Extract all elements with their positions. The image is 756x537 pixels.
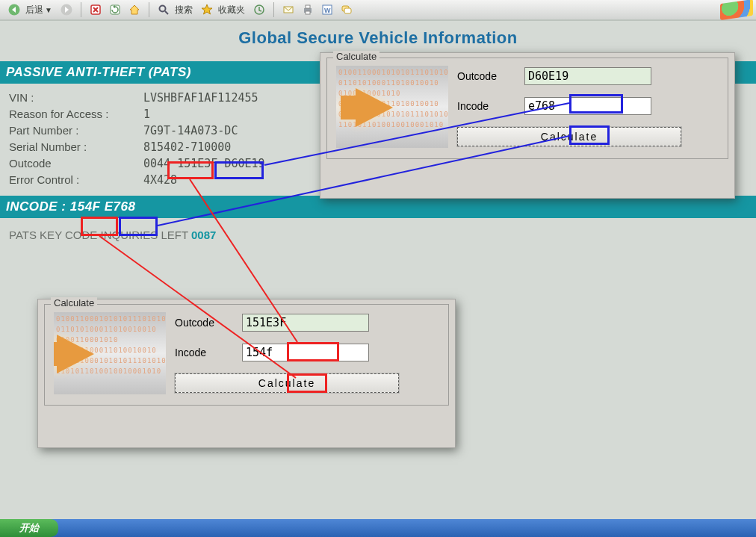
- calc-legend-bottom: Calculate: [51, 297, 97, 308]
- incode-bar-label: INCODE :: [6, 199, 66, 214]
- pats-left-label: PATS KEY CODE INQUIRIES LEFT: [9, 229, 188, 241]
- errctl-label: Error Control :: [9, 173, 143, 187]
- history-button[interactable]: [250, 1, 268, 19]
- vin-label: VIN :: [9, 91, 143, 105]
- favorites-label: 收藏夹: [218, 4, 245, 16]
- print-icon: [302, 4, 314, 16]
- start-button[interactable]: 开始: [0, 519, 58, 537]
- mail-icon: [282, 4, 294, 16]
- forward-button[interactable]: [58, 1, 75, 19]
- edit-button[interactable]: W: [318, 1, 336, 19]
- partnum-label: Part Number :: [9, 124, 143, 137]
- back-label: 后退: [25, 4, 43, 16]
- outcode-suffix: D60E19: [224, 157, 264, 170]
- pats-left-value: 0087: [191, 229, 216, 241]
- taskbar: 开始: [0, 519, 756, 537]
- calc-box-bottom: Calculate 01001100010101011101010000 011…: [37, 299, 456, 448]
- calculate-button-bottom[interactable]: Calculate: [175, 373, 399, 393]
- page-title: Global Secure Vehicle Information: [0, 28, 756, 48]
- serial-label: Serial Number :: [9, 140, 143, 154]
- discuss-button[interactable]: [338, 1, 356, 19]
- bin-image-top: 01001100010101011101010000 0110101000110…: [336, 66, 448, 148]
- bin-image-bottom: 01001100010101011101010000 0110101000110…: [54, 312, 166, 394]
- word-icon: W: [321, 4, 333, 16]
- svg-rect-13: [344, 8, 351, 13]
- start-label: 开始: [19, 521, 39, 535]
- star-icon: [201, 4, 213, 16]
- outcode-prefix: 0044: [143, 157, 170, 170]
- outcode-input-bottom[interactable]: [242, 314, 369, 332]
- incode-label-top: Incode: [457, 100, 524, 112]
- incode-input-top[interactable]: [524, 97, 651, 115]
- ie-toolbar: 后退 ▼ 搜索: [0, 0, 756, 19]
- home-icon: [128, 4, 140, 16]
- back-dropdown-icon[interactable]: ▼: [45, 6, 52, 14]
- back-button[interactable]: [5, 1, 23, 19]
- svg-rect-9: [306, 11, 310, 14]
- print-button[interactable]: [299, 1, 317, 19]
- svg-point-4: [159, 6, 165, 12]
- calc-box-top: Calculate 01001100010101011101010000 011…: [320, 52, 735, 199]
- back-icon: [8, 4, 20, 16]
- favorites-button[interactable]: [198, 1, 216, 19]
- refresh-button[interactable]: [106, 1, 124, 19]
- search-label: 搜索: [175, 4, 193, 16]
- outcode-label-bottom: Outcode: [175, 317, 242, 329]
- home-button[interactable]: [126, 1, 143, 19]
- windows-flag-icon: [720, 0, 753, 20]
- reason-label: Reason for Access :: [9, 108, 143, 121]
- incode-input-bottom[interactable]: [242, 344, 369, 361]
- calc-legend-top: Calculate: [333, 51, 379, 62]
- mail-button[interactable]: [279, 1, 297, 19]
- history-icon: [253, 4, 265, 16]
- pats-inquiries-left: PATS KEY CODE INQUIRIES LEFT 0087: [0, 218, 756, 252]
- incode-second: E768: [105, 199, 136, 214]
- incode-bar: INCODE : 154F E768: [0, 196, 756, 218]
- incode-label-bottom: Incode: [175, 347, 242, 358]
- calculate-button-top[interactable]: Calculate: [457, 127, 681, 146]
- outcode-input-top[interactable]: [524, 67, 651, 85]
- search-button[interactable]: [155, 1, 173, 19]
- refresh-icon: [109, 4, 121, 16]
- forward-icon: [61, 4, 72, 16]
- incode-first: 154F: [70, 199, 101, 214]
- outcode-mid: 151E3F: [177, 157, 217, 170]
- arrow-icon: [57, 335, 94, 373]
- outcode-label-top: Outcode: [457, 70, 524, 82]
- stop-icon: [90, 4, 102, 16]
- outcode-field-label: Outcode: [9, 157, 143, 170]
- discuss-icon: [341, 4, 353, 16]
- search-icon: [158, 4, 170, 16]
- arrow-icon: [356, 88, 393, 127]
- svg-rect-8: [306, 5, 310, 8]
- stop-button[interactable]: [87, 1, 105, 19]
- svg-text:W: W: [324, 7, 331, 14]
